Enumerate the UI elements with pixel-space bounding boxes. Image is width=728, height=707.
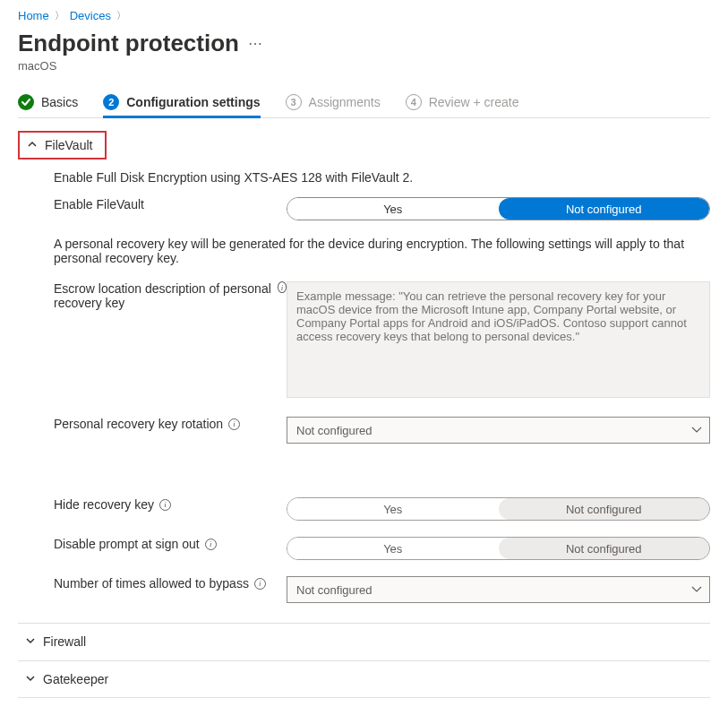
info-icon[interactable]: i bbox=[228, 418, 240, 430]
step-label: Review + create bbox=[429, 95, 519, 109]
expander-filevault[interactable]: FileVault bbox=[18, 131, 107, 160]
chevron-right-icon: 〉 bbox=[116, 9, 126, 22]
step-number-icon: 4 bbox=[406, 94, 422, 110]
enable-filevault-toggle[interactable]: Yes Not configured bbox=[287, 197, 710, 220]
enable-filevault-yes[interactable]: Yes bbox=[287, 198, 499, 220]
breadcrumb: Home 〉 Devices 〉 bbox=[18, 9, 710, 22]
step-label: Assignments bbox=[309, 95, 381, 109]
step-configuration-settings[interactable]: 2 Configuration settings bbox=[103, 94, 260, 118]
expander-title: Firewall bbox=[43, 634, 86, 649]
expander-gatekeeper[interactable]: Gatekeeper bbox=[18, 660, 710, 698]
filevault-body: Enable Full Disk Encryption using XTS-AE… bbox=[18, 160, 710, 623]
info-icon[interactable]: i bbox=[205, 539, 217, 550]
recovery-key-help: A personal recovery key will be generate… bbox=[54, 237, 698, 265]
bypass-label: Number of times allowed to bypass bbox=[54, 576, 249, 591]
expander-title: FileVault bbox=[45, 138, 92, 152]
bypass-select[interactable]: Not configured bbox=[287, 576, 710, 603]
wizard-steps: Basics 2 Configuration settings 3 Assign… bbox=[18, 94, 710, 118]
info-icon[interactable]: i bbox=[278, 281, 287, 293]
page-subtitle: macOS bbox=[18, 59, 710, 73]
chevron-right-icon: 〉 bbox=[55, 9, 64, 22]
disable-prompt-yes[interactable]: Yes bbox=[287, 538, 499, 559]
step-label: Basics bbox=[41, 95, 78, 109]
chevron-up-icon bbox=[27, 139, 38, 152]
step-review-create[interactable]: 4 Review + create bbox=[406, 94, 519, 117]
rotation-label: Personal recovery key rotation bbox=[54, 417, 223, 431]
hide-recovery-yes[interactable]: Yes bbox=[287, 498, 499, 520]
enable-filevault-not-configured[interactable]: Not configured bbox=[499, 198, 710, 220]
step-label: Configuration settings bbox=[126, 95, 260, 109]
disable-prompt-toggle[interactable]: Yes Not configured bbox=[287, 537, 710, 560]
chevron-down-icon bbox=[25, 635, 36, 649]
filevault-description: Enable Full Disk Encryption using XTS-AE… bbox=[54, 170, 710, 185]
escrow-description-input[interactable] bbox=[287, 281, 710, 398]
breadcrumb-devices[interactable]: Devices bbox=[70, 9, 111, 22]
step-number-icon: 2 bbox=[103, 94, 119, 110]
page-title: Endpoint protection bbox=[18, 30, 239, 57]
expander-title: Gatekeeper bbox=[43, 672, 108, 686]
disable-prompt-label: Disable prompt at sign out bbox=[54, 537, 200, 551]
expander-firewall[interactable]: Firewall bbox=[18, 623, 710, 660]
hide-recovery-toggle[interactable]: Yes Not configured bbox=[287, 497, 710, 521]
check-icon bbox=[18, 94, 34, 110]
hide-recovery-label: Hide recovery key bbox=[54, 497, 154, 512]
step-assignments[interactable]: 3 Assignments bbox=[286, 94, 381, 117]
hide-recovery-not-configured[interactable]: Not configured bbox=[499, 498, 710, 520]
step-basics[interactable]: Basics bbox=[18, 94, 78, 117]
disable-prompt-not-configured[interactable]: Not configured bbox=[499, 538, 710, 559]
info-icon[interactable]: i bbox=[254, 578, 266, 590]
escrow-description-label: Escrow location description of personal … bbox=[54, 281, 272, 310]
rotation-select[interactable]: Not configured bbox=[287, 417, 710, 444]
info-icon[interactable]: i bbox=[159, 499, 171, 511]
enable-filevault-label: Enable FileVault bbox=[54, 197, 144, 211]
breadcrumb-home[interactable]: Home bbox=[18, 9, 49, 22]
step-number-icon: 3 bbox=[286, 94, 302, 110]
chevron-down-icon bbox=[25, 673, 36, 686]
more-actions-icon[interactable]: ⋯ bbox=[248, 35, 264, 52]
